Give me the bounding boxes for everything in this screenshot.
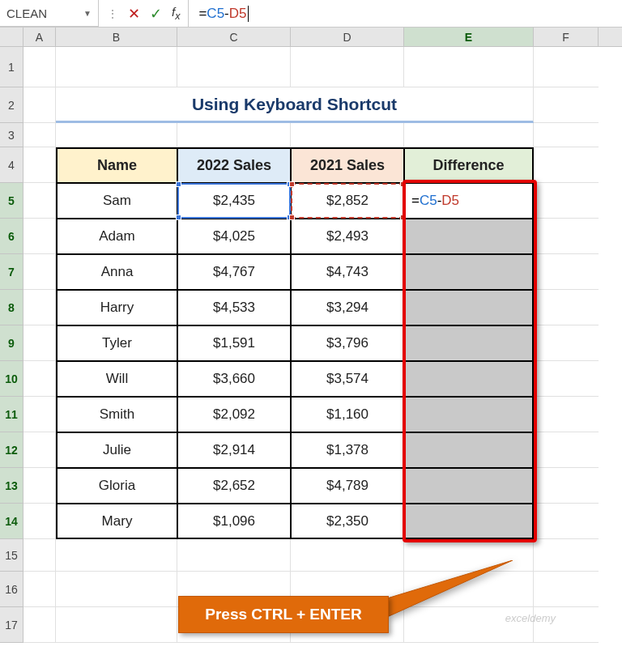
cell[interactable] [23, 325, 56, 361]
cell[interactable] [404, 572, 534, 607]
cell[interactable] [291, 123, 404, 147]
row-header-8[interactable]: 8 [0, 290, 23, 325]
col-header-e[interactable]: E [404, 28, 534, 46]
cell-diff[interactable] [404, 504, 534, 539]
col-header-b[interactable]: B [56, 28, 177, 46]
cell[interactable] [23, 183, 56, 219]
cell[interactable] [534, 183, 599, 219]
cell[interactable] [534, 219, 599, 254]
cell[interactable] [177, 47, 291, 87]
col-header-c[interactable]: C [177, 28, 291, 46]
row-header-13[interactable]: 13 [0, 468, 23, 504]
select-all-corner[interactable] [0, 28, 23, 46]
cell[interactable] [291, 539, 404, 572]
cell[interactable] [534, 147, 599, 183]
header-2022[interactable]: 2022 Sales [177, 147, 291, 183]
cell[interactable] [534, 539, 599, 572]
cell[interactable] [23, 123, 56, 147]
cell[interactable] [534, 468, 599, 504]
cell-2022[interactable]: $1,096 [177, 504, 291, 539]
cell[interactable] [23, 572, 56, 607]
formula-input[interactable]: =C5-D5 [188, 0, 622, 27]
row-header-1[interactable]: 1 [0, 47, 23, 87]
cell[interactable] [23, 432, 56, 468]
row-header-11[interactable]: 11 [0, 397, 23, 432]
cell-2021[interactable]: $1,160 [291, 397, 404, 432]
cell-2022[interactable]: $2,652 [177, 468, 291, 504]
cell-2021[interactable]: $4,789 [291, 468, 404, 504]
chevron-down-icon[interactable]: ▼ [83, 9, 92, 18]
cell-2021[interactable]: $3,574 [291, 361, 404, 397]
cell[interactable] [56, 539, 177, 572]
cell[interactable] [177, 123, 291, 147]
row-header-7[interactable]: 7 [0, 254, 23, 290]
row-header-9[interactable]: 9 [0, 325, 23, 361]
cell-2022[interactable]: $4,533 [177, 290, 291, 325]
cell[interactable] [56, 607, 177, 643]
cell-name[interactable]: Smith [56, 397, 177, 432]
cell[interactable] [23, 219, 56, 254]
cell-diff[interactable] [404, 397, 534, 432]
cell-name[interactable]: Anna [56, 254, 177, 290]
cell[interactable] [23, 361, 56, 397]
row-header-5[interactable]: 5 [0, 183, 23, 219]
col-header-d[interactable]: D [291, 28, 404, 46]
cell-diff[interactable] [404, 361, 534, 397]
cell-diff[interactable] [404, 290, 534, 325]
enter-icon[interactable]: ✓ [150, 5, 162, 23]
cell[interactable] [534, 325, 599, 361]
cell-2021[interactable]: $2,493 [291, 219, 404, 254]
row-header-17[interactable]: 17 [0, 607, 23, 643]
col-header-f[interactable]: F [534, 28, 599, 46]
cell-name[interactable]: Sam [56, 183, 177, 219]
row-header-4[interactable]: 4 [0, 147, 23, 183]
cell[interactable] [534, 290, 599, 325]
row-header-2[interactable]: 2 [0, 87, 23, 123]
cell-diff[interactable] [404, 468, 534, 504]
cell-2022[interactable]: $2,435 [177, 183, 291, 219]
cell-2022[interactable]: $3,660 [177, 361, 291, 397]
row-header-16[interactable]: 16 [0, 572, 23, 607]
cell[interactable] [23, 47, 56, 87]
row-header-6[interactable]: 6 [0, 219, 23, 254]
cell-2021[interactable]: $4,743 [291, 254, 404, 290]
cell-2022[interactable]: $2,092 [177, 397, 291, 432]
row-header-10[interactable]: 10 [0, 361, 23, 397]
cell[interactable] [56, 47, 177, 87]
cell-name[interactable]: Gloria [56, 468, 177, 504]
cell[interactable] [23, 539, 56, 572]
cell[interactable] [534, 397, 599, 432]
cell-2022[interactable]: $4,025 [177, 219, 291, 254]
cell-2022[interactable]: $2,914 [177, 432, 291, 468]
cell[interactable] [534, 47, 599, 87]
header-diff[interactable]: Difference [404, 147, 534, 183]
cell[interactable] [404, 47, 534, 87]
cell[interactable] [23, 468, 56, 504]
cell[interactable] [23, 254, 56, 290]
cell-2021[interactable]: $3,796 [291, 325, 404, 361]
cell-name[interactable]: Julie [56, 432, 177, 468]
cell-2022[interactable]: $1,591 [177, 325, 291, 361]
cell[interactable] [534, 361, 599, 397]
cell-2022[interactable]: $4,767 [177, 254, 291, 290]
cell[interactable] [534, 87, 599, 123]
cells-area[interactable]: Using Keyboard Shortcut Name 2022 Sales … [23, 47, 622, 643]
cell[interactable] [56, 123, 177, 147]
cell-2021[interactable]: $3,294 [291, 290, 404, 325]
cell-2021[interactable]: $2,350 [291, 504, 404, 539]
cell-name[interactable]: Adam [56, 219, 177, 254]
cell[interactable] [534, 572, 599, 607]
cell[interactable] [534, 504, 599, 539]
cell[interactable] [23, 607, 56, 643]
cell[interactable] [404, 123, 534, 147]
col-header-a[interactable]: A [23, 28, 56, 46]
cell-diff[interactable] [404, 432, 534, 468]
cell-diff[interactable] [404, 254, 534, 290]
header-name[interactable]: Name [56, 147, 177, 183]
cell[interactable] [404, 539, 534, 572]
cell-name[interactable]: Harry [56, 290, 177, 325]
cell-2021[interactable]: $2,852 [291, 183, 404, 219]
cell[interactable] [23, 397, 56, 432]
cell-e5-editing[interactable]: =C5-D5 [404, 183, 534, 219]
row-header-14[interactable]: 14 [0, 504, 23, 539]
